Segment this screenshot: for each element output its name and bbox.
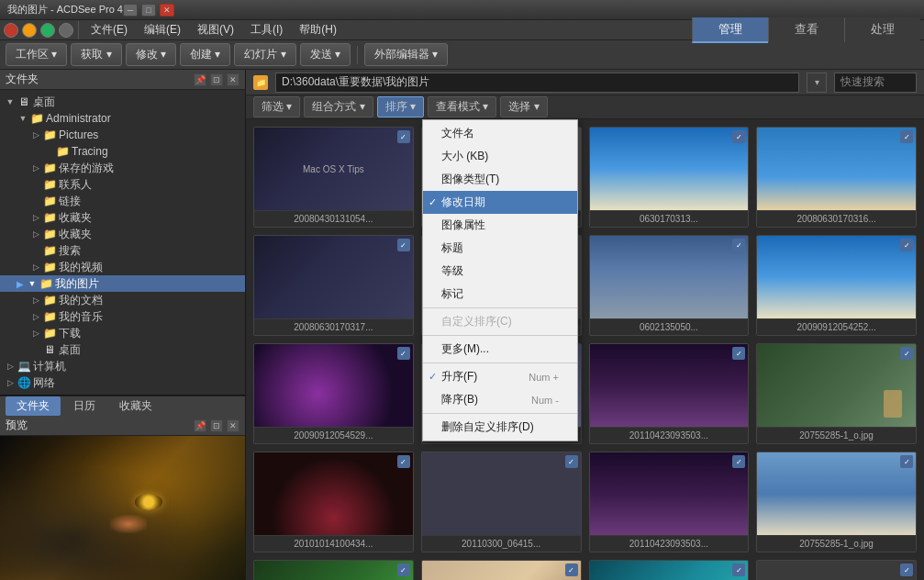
menu-help[interactable]: 帮助(H)	[292, 20, 344, 39]
tree-toggle[interactable]: ▷	[4, 360, 17, 373]
tree-item-favorites1[interactable]: ▷ 📁 收藏夹	[0, 209, 245, 226]
sort-desc[interactable]: 降序(B) Num -	[423, 388, 577, 411]
tree-item-docs[interactable]: ▷ 📁 我的文档	[0, 292, 245, 308]
thumb-item[interactable]: ✓ 20110423093503...	[589, 343, 750, 444]
workspace-button[interactable]: 工作区 ▾	[6, 43, 67, 66]
tab-manage[interactable]: 管理	[692, 17, 768, 43]
thumb-item[interactable]: ✓ 20755285-1_o.jpg	[756, 343, 917, 444]
panel-close-button[interactable]: ✕	[227, 73, 239, 86]
thumb-item[interactable]: ✓ 20101009140501...	[421, 560, 582, 580]
thumb-item[interactable]: ✓ 20110300_06415...	[421, 452, 582, 552]
tree-item-favorites2[interactable]: ▷ 📁 收藏夹	[0, 226, 245, 242]
extra-icon[interactable]	[59, 23, 73, 38]
slideshow-button[interactable]: 幻灯片 ▾	[234, 43, 295, 66]
tree-toggle[interactable]: ▷	[29, 327, 42, 340]
tab-favorites[interactable]: 收藏夹	[108, 396, 163, 416]
float-button[interactable]: ⊡	[210, 73, 223, 86]
sort-more[interactable]: 更多(M)...	[423, 338, 577, 361]
menu-tools[interactable]: 工具(I)	[243, 20, 290, 39]
tree-toggle[interactable]: ▷	[29, 294, 42, 307]
tree-toggle[interactable]: ▷	[29, 261, 42, 273]
sort-rating[interactable]: 等级	[423, 260, 577, 283]
create-button[interactable]: 创建 ▾	[180, 43, 230, 66]
tree-toggle[interactable]: ▷	[4, 376, 17, 389]
close-button[interactable]: ✕	[160, 4, 174, 17]
combine-button[interactable]: 组合方式 ▾	[304, 96, 373, 117]
tree-toggle[interactable]: ▷	[29, 128, 42, 141]
menu-edit[interactable]: 编辑(E)	[137, 20, 188, 39]
thumb-item[interactable]: ✓	[589, 560, 750, 580]
view-mode-button[interactable]: 查看模式 ▾	[428, 96, 496, 117]
menu-view[interactable]: 视图(V)	[190, 20, 241, 39]
tree-item-links[interactable]: 📁 链接	[0, 193, 245, 209]
sort-asc[interactable]: 升序(F) Num +	[423, 365, 577, 388]
tree-item-downloads[interactable]: ▷ 📁 下载	[0, 325, 245, 341]
sort-imageprops[interactable]: 图像属性	[423, 214, 577, 237]
tab-calendar[interactable]: 日历	[62, 396, 106, 416]
path-dropdown-button[interactable]: ▾	[807, 72, 827, 93]
tree-toggle[interactable]: ▼	[4, 95, 17, 108]
pin-button[interactable]: 📌	[194, 73, 206, 86]
tree-item-computer[interactable]: ▷ 💻 计算机	[0, 358, 245, 374]
minimize-icon[interactable]	[22, 23, 37, 38]
thumb-item[interactable]: ✓ 20755285-1_o.jpg	[756, 452, 917, 552]
thumb-item[interactable]: ✓ 20080630170317...	[253, 235, 414, 336]
thumb-item[interactable]: ✓ Mac OS X Tips 20080430131054...	[253, 127, 414, 228]
sort-moddate[interactable]: 修改日期	[423, 191, 577, 214]
tree-toggle[interactable]: ▷	[29, 228, 42, 240]
preview-pin-button[interactable]: 📌	[194, 419, 206, 432]
thumb-item[interactable]: ✓	[756, 560, 917, 580]
thumb-item[interactable]: ✓ 20090912054529...	[253, 343, 414, 444]
tree-label: 我的音乐	[59, 309, 103, 325]
sort-size[interactable]: 大小 (KB)	[423, 145, 577, 168]
thumb-badge: ✓	[900, 130, 913, 143]
tree-item-search[interactable]: 📁 搜索	[0, 242, 245, 259]
select-button[interactable]: 选择 ▾	[500, 96, 547, 117]
sort-button[interactable]: 排序 ▾	[377, 96, 424, 117]
minimize-button[interactable]: ─	[123, 4, 138, 17]
maximize-button[interactable]: □	[141, 4, 156, 17]
tree-toggle[interactable]: ▷	[29, 211, 42, 224]
preview-close-button[interactable]: ✕	[227, 419, 239, 432]
tree-item-desktop[interactable]: ▼ 🖥 桌面	[0, 94, 245, 110]
tree-item-network[interactable]: ▷ 🌐 网络	[0, 374, 245, 391]
tab-process[interactable]: 处理	[844, 17, 920, 43]
tab-folder[interactable]: 文件夹	[6, 396, 61, 416]
menu-file[interactable]: 文件(E)	[83, 20, 135, 39]
preview-float-button[interactable]: ⊡	[210, 419, 223, 432]
thumb-item[interactable]: ✓ 20101014100434...	[253, 452, 414, 552]
filter-button[interactable]: 筛选 ▾	[253, 96, 300, 117]
search-box[interactable]: 快速搜索	[834, 72, 917, 93]
sort-imagetype[interactable]: 图像类型(T)	[423, 168, 577, 191]
tree-toggle[interactable]: ▷	[29, 162, 42, 174]
tree-item-pictures[interactable]: ▷ 📁 Pictures	[0, 127, 245, 143]
thumb-item[interactable]: ✓ 20090912054252...	[756, 235, 917, 336]
close-icon[interactable]	[4, 23, 18, 38]
thumb-item[interactable]: ✓ 20080630170316...	[756, 127, 917, 228]
tree-item-mypictures[interactable]: ▶ ▼ 📁 我的图片	[0, 275, 245, 292]
tree-item-music[interactable]: ▷ 📁 我的音乐	[0, 308, 245, 325]
acquire-button[interactable]: 获取 ▾	[71, 43, 121, 66]
sort-title[interactable]: 标题	[423, 237, 577, 260]
send-button[interactable]: 发送 ▾	[300, 43, 351, 66]
external-editor-button[interactable]: 外部编辑器 ▾	[364, 43, 448, 66]
tree-toggle[interactable]: ▼	[17, 112, 29, 125]
modify-button[interactable]: 修改 ▾	[126, 43, 176, 66]
thumb-item[interactable]: ✓ 0602135050...	[589, 235, 750, 336]
thumb-item[interactable]: ✓ 0630170313...	[589, 127, 750, 228]
sort-delete-custom[interactable]: 删除自定义排序(D)	[423, 416, 577, 439]
tree-toggle[interactable]: ▼	[26, 277, 39, 290]
thumb-item[interactable]: ✓ 20110423093503...	[589, 452, 750, 552]
tree-item-savedgames[interactable]: ▷ 📁 保存的游戏	[0, 160, 245, 176]
tree-item-videos[interactable]: ▷ 📁 我的视频	[0, 259, 245, 275]
tree-item-tracing[interactable]: 📁 Tracing	[0, 143, 245, 160]
tree-item-contacts[interactable]: 📁 联系人	[0, 176, 245, 193]
maximize-icon[interactable]	[40, 23, 55, 38]
tree-toggle[interactable]: ▷	[29, 310, 42, 323]
sort-filename[interactable]: 文件名	[423, 122, 577, 145]
tab-view[interactable]: 查看	[768, 17, 844, 43]
sort-tag[interactable]: 标记	[423, 283, 577, 306]
tree-item-admin[interactable]: ▼ 📁 Administrator	[0, 110, 245, 127]
thumb-item[interactable]: ✓ 0826095035...	[253, 560, 414, 580]
tree-item-desktop2[interactable]: 🖥 桌面	[0, 341, 245, 358]
